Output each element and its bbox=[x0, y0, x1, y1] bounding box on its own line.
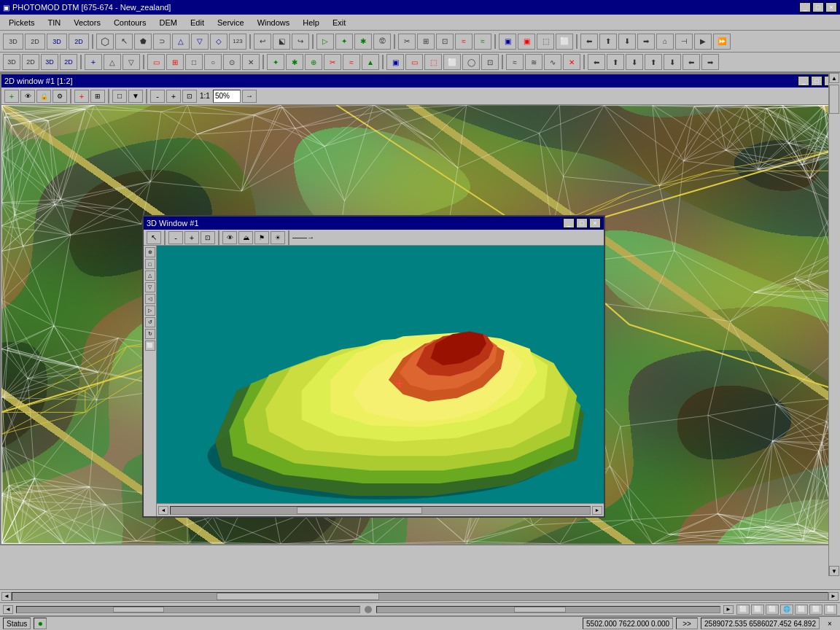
tb-wave1[interactable]: ≈ bbox=[455, 34, 472, 50]
tb2-circ[interactable]: ○ bbox=[204, 54, 222, 70]
tb2-arr3[interactable]: ⬇ bbox=[626, 54, 643, 70]
w3d-scroll-right[interactable]: ► bbox=[592, 506, 602, 515]
menu-tin[interactable]: TIN bbox=[42, 17, 66, 28]
window-3d-hscrollbar[interactable]: ◄ ► bbox=[157, 503, 604, 516]
window-3d-viewport[interactable] bbox=[157, 246, 604, 503]
tb-3d-btn[interactable]: 3D bbox=[3, 34, 23, 50]
tb2-cube2[interactable]: 3D bbox=[41, 54, 58, 70]
hscroll-track[interactable] bbox=[12, 592, 828, 601]
status-close[interactable]: × bbox=[822, 618, 837, 629]
tb2-rect2[interactable]: ▭ bbox=[405, 54, 423, 70]
tb2-dot[interactable]: ⊙ bbox=[223, 54, 241, 70]
w2d-zoomminus[interactable]: - bbox=[150, 90, 165, 103]
hscroll-thumb[interactable] bbox=[217, 593, 380, 600]
w3d-side7[interactable]: ↺ bbox=[145, 317, 155, 327]
w3d-flag[interactable]: ⚑ bbox=[254, 231, 269, 244]
w2d-minimize[interactable]: _ bbox=[798, 76, 809, 86]
tb-wave2[interactable]: ≈ bbox=[474, 34, 491, 50]
tb-copy[interactable]: ⬕ bbox=[273, 34, 290, 50]
tb2-flat[interactable]: 2D bbox=[22, 54, 39, 70]
view-btn3[interactable]: ⬜ bbox=[766, 604, 779, 615]
tb2-wave3[interactable]: ≋ bbox=[525, 54, 542, 70]
tb2-star2[interactable]: ✱ bbox=[286, 54, 303, 70]
vscroll-btm-left[interactable]: ◄ bbox=[3, 605, 13, 614]
menu-pickets[interactable]: Pickets bbox=[3, 17, 40, 28]
tb-play2[interactable]: ▶ bbox=[694, 34, 712, 50]
w3d-mountain[interactable]: ⛰ bbox=[238, 231, 253, 244]
tb2-scissors[interactable]: ✂ bbox=[324, 54, 341, 70]
w3d-side5[interactable]: ◁ bbox=[145, 294, 155, 304]
w3d-scroll-left[interactable]: ◄ bbox=[158, 506, 168, 515]
menu-dem[interactable]: DEM bbox=[154, 17, 183, 28]
tb2-wave[interactable]: ≈ bbox=[343, 54, 360, 70]
tb2-arr7[interactable]: ➡ bbox=[701, 54, 719, 70]
tb-triangle1[interactable]: △ bbox=[172, 34, 190, 50]
main-hscroll-track2[interactable] bbox=[376, 606, 720, 613]
tb-nav3[interactable]: ⬇ bbox=[618, 34, 636, 50]
tb2-cross[interactable]: ✕ bbox=[242, 54, 260, 70]
tb-sq4[interactable]: ⬜ bbox=[556, 34, 573, 50]
w3d-close[interactable]: × bbox=[589, 218, 601, 228]
main-vscroll-track[interactable] bbox=[16, 606, 360, 613]
tb-grid[interactable]: ⊞ bbox=[417, 34, 435, 50]
tb-2d-btn[interactable]: 2D bbox=[25, 34, 45, 50]
tb-sq1[interactable]: ▣ bbox=[499, 34, 516, 50]
w3d-light[interactable]: ☀ bbox=[271, 231, 285, 244]
vscroll-up[interactable]: ▲ bbox=[829, 73, 839, 83]
tb2-flat2[interactable]: 2D bbox=[60, 54, 77, 70]
w2d-tools[interactable]: ⊞ bbox=[90, 90, 105, 103]
close-button[interactable]: × bbox=[825, 2, 837, 12]
w3d-zoomplus[interactable]: + bbox=[184, 231, 199, 244]
tb2-arr1[interactable]: ⬅ bbox=[588, 54, 605, 70]
tb-scissors[interactable]: ✂ bbox=[398, 34, 416, 50]
tb2-rect4[interactable]: ⬜ bbox=[443, 54, 461, 70]
tb2-cube[interactable]: 3D bbox=[3, 54, 20, 70]
tb-nav4[interactable]: ➡ bbox=[637, 34, 655, 50]
tb-star1[interactable]: ✦ bbox=[335, 34, 353, 50]
tb-3d2-btn[interactable]: 3D bbox=[47, 34, 67, 50]
w3d-side8[interactable]: ↻ bbox=[145, 329, 155, 339]
w3d-maximize[interactable]: □ bbox=[576, 218, 588, 228]
menu-contours[interactable]: Contours bbox=[108, 17, 152, 28]
w3d-minimize[interactable]: _ bbox=[563, 218, 575, 228]
tb-play[interactable]: ▷ bbox=[316, 34, 334, 50]
globe-icon[interactable]: 🌐 bbox=[780, 604, 793, 615]
menu-vectors[interactable]: Vectors bbox=[68, 17, 106, 28]
tb-star2[interactable]: ✱ bbox=[354, 34, 372, 50]
w3d-side2[interactable]: □ bbox=[145, 259, 155, 269]
main-hscroll-thumb2[interactable] bbox=[514, 607, 566, 612]
w3d-eye[interactable]: 👁 bbox=[222, 231, 237, 244]
w2d-cross[interactable]: + bbox=[74, 90, 89, 103]
view-btn2[interactable]: ⬜ bbox=[751, 604, 764, 615]
w2d-eye[interactable]: 👁 bbox=[20, 90, 35, 103]
tb2-plus[interactable]: + bbox=[85, 54, 102, 70]
tb2-arr4[interactable]: ⬆ bbox=[645, 54, 662, 70]
tb2-star1[interactable]: ✦ bbox=[267, 54, 284, 70]
tb-home[interactable]: ⌂ bbox=[656, 34, 674, 50]
w2d-add[interactable]: + bbox=[4, 90, 19, 103]
w3d-side3[interactable]: △ bbox=[145, 271, 155, 281]
tb-nav1[interactable]: ⬅ bbox=[580, 34, 598, 50]
tb-lasso[interactable]: ⊃ bbox=[153, 34, 171, 50]
w2d-zoomfit[interactable]: ⊡ bbox=[182, 90, 197, 103]
menu-exit[interactable]: Exit bbox=[327, 17, 351, 28]
view-btn6[interactable]: ⬜ bbox=[824, 604, 837, 615]
tb2-circ3[interactable]: ⊡ bbox=[481, 54, 499, 70]
menu-edit[interactable]: Edit bbox=[184, 17, 210, 28]
tb2-grid[interactable]: ⊞ bbox=[166, 54, 184, 70]
vscroll-thumb[interactable] bbox=[829, 85, 839, 114]
tb2-tri3[interactable]: ▲ bbox=[362, 54, 379, 70]
tb-polygon[interactable]: ⬟ bbox=[134, 34, 152, 50]
view-btn4[interactable]: ⬜ bbox=[795, 604, 808, 615]
vscroll-down[interactable]: ▼ bbox=[829, 566, 839, 576]
w3d-zoomfit[interactable]: ⊡ bbox=[201, 231, 215, 244]
w3d-arrow[interactable]: ↖ bbox=[147, 231, 161, 244]
tb-diamond[interactable]: ◇ bbox=[210, 34, 228, 50]
tb-num1[interactable]: ⑫ bbox=[373, 34, 391, 50]
w3d-hscroll-thumb[interactable] bbox=[297, 507, 423, 514]
tb-arrow[interactable]: ↖ bbox=[115, 34, 133, 50]
w2d-lock[interactable]: 🔒 bbox=[36, 90, 51, 103]
w3d-side6[interactable]: ▷ bbox=[145, 306, 155, 316]
tb-sq3[interactable]: ⬚ bbox=[537, 34, 554, 50]
hscroll-right[interactable]: ► bbox=[828, 592, 839, 601]
